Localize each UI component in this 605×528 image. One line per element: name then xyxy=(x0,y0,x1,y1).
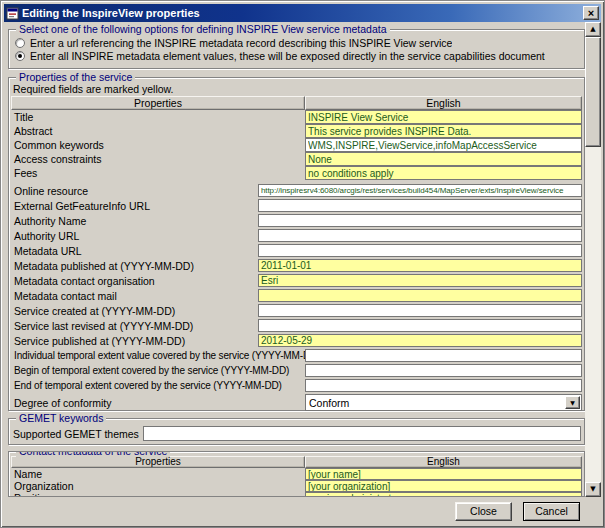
metadata-published-input[interactable] xyxy=(258,259,582,272)
service-last-revised-input[interactable] xyxy=(258,319,582,332)
property-row-authority-name: Authority Name xyxy=(11,214,582,227)
property-row-metadata-contact-mail: Metadata contact mail xyxy=(11,289,582,302)
metadata-url-input[interactable] xyxy=(258,244,582,257)
individual-temporal-extent-input[interactable] xyxy=(305,349,582,362)
property-label: Metadata published at (YYYY-MM-DD) xyxy=(11,260,258,272)
abstract-input[interactable] xyxy=(305,124,582,138)
service-published-input[interactable] xyxy=(258,334,582,347)
property-label: Service created at (YYYY-MM-DD) xyxy=(11,305,258,317)
contact-organization-input[interactable] xyxy=(305,480,582,492)
property-row-fees: Fees xyxy=(11,166,582,180)
dialog-footer: Close Cancel xyxy=(4,497,601,524)
fees-input[interactable] xyxy=(305,166,582,180)
property-label: End of temporal extent covered by the se… xyxy=(11,380,305,391)
contact-row-organization: Organization xyxy=(11,480,582,492)
property-label: Degree of conformity xyxy=(11,397,305,409)
property-label: Service last revised at (YYYY-MM-DD) xyxy=(11,320,258,332)
column-header-properties: Properties xyxy=(11,456,305,468)
scroll-up-button[interactable]: ▲ xyxy=(585,22,601,37)
conformity-selected-value: Conform xyxy=(306,397,565,409)
scroll-down-icon: ▼ xyxy=(590,486,595,493)
radio-option-values[interactable]: Enter all INSPIRE metadata element value… xyxy=(13,49,580,62)
conformity-dropdown[interactable]: Conform ▼ xyxy=(305,394,582,411)
scrollbar-thumb[interactable] xyxy=(585,37,601,147)
property-row-end-temporal-extent: End of temporal extent covered by the se… xyxy=(11,379,582,392)
property-row-service-published: Service published at (YYYY-MM-DD) xyxy=(11,334,582,347)
property-label: Name xyxy=(11,468,305,480)
gemet-keywords-group: GEMET keywords Supported GEMET themes xyxy=(8,418,585,445)
radio-button[interactable] xyxy=(15,38,25,48)
scroll-up-icon: ▲ xyxy=(590,26,595,33)
radio-button[interactable] xyxy=(15,51,25,61)
property-label: Metadata URL xyxy=(11,245,258,257)
property-label: Metadata contact mail xyxy=(11,290,258,302)
property-row-authority-url: Authority URL xyxy=(11,229,582,242)
property-label: Metadata contact organisation xyxy=(11,275,258,287)
app-icon xyxy=(6,7,19,20)
scroll-down-button[interactable]: ▼ xyxy=(585,482,601,497)
dialog-body: Select one of the following options for … xyxy=(4,22,601,497)
property-label: Authority URL xyxy=(11,230,258,242)
begin-temporal-extent-input[interactable] xyxy=(305,364,582,377)
property-row-online-resource: Online resource xyxy=(11,184,582,197)
authority-url-input[interactable] xyxy=(258,229,582,242)
gemet-keywords-group-title: GEMET keywords xyxy=(16,412,106,424)
property-label: Title xyxy=(11,111,305,123)
property-label: Fees xyxy=(11,167,305,179)
property-row-access-constraints: Access constraints xyxy=(11,152,582,166)
property-label: Authority Name xyxy=(11,215,258,227)
contact-metadata-group: Contact metadata of the service Properti… xyxy=(8,451,585,497)
service-created-input[interactable] xyxy=(258,304,582,317)
inspire-view-properties-dialog: Editing the InspireView properties × Sel… xyxy=(0,0,605,528)
authority-name-input[interactable] xyxy=(258,214,582,227)
property-row-individual-temporal-extent: Individual temporal extent value covered… xyxy=(11,349,582,362)
close-icon[interactable]: × xyxy=(583,6,599,20)
title-input[interactable] xyxy=(305,110,582,124)
properties-table-header: Properties English xyxy=(11,96,582,110)
title-bar[interactable]: Editing the InspireView properties × xyxy=(4,4,601,22)
cancel-button[interactable]: Cancel xyxy=(523,502,580,521)
gemet-themes-input[interactable] xyxy=(143,426,581,441)
scrollbar-track[interactable] xyxy=(585,37,601,482)
window-title: Editing the InspireView properties xyxy=(22,7,583,19)
access-constraints-input[interactable] xyxy=(305,152,582,166)
vertical-scrollbar[interactable]: ▲ ▼ xyxy=(585,22,601,497)
property-row-getfeatureinfo-url: External GetFeatureInfo URL xyxy=(11,199,582,212)
dialog-content: Select one of the following options for … xyxy=(4,22,585,497)
property-label: Access constraints xyxy=(11,153,305,165)
close-button[interactable]: Close xyxy=(455,502,512,521)
property-label: Begin of temporal extent covered by the … xyxy=(11,365,305,376)
contact-metadata-group-title: Contact metadata of the service xyxy=(16,451,170,457)
metadata-options-group: Select one of the following options for … xyxy=(8,29,585,69)
chevron-down-icon[interactable]: ▼ xyxy=(565,396,580,409)
service-properties-group: Properties of the service Required field… xyxy=(8,77,585,411)
property-row-common-keywords: Common keywords xyxy=(11,138,582,152)
end-temporal-extent-input[interactable] xyxy=(305,379,582,392)
online-resource-input[interactable] xyxy=(258,184,582,197)
gemet-themes-row: Supported GEMET themes xyxy=(12,426,581,441)
contact-row-position: Position xyxy=(11,492,582,497)
property-label: External GetFeatureInfo URL xyxy=(11,200,258,212)
required-fields-note: Required fields are marked yellow. xyxy=(11,83,582,96)
common-keywords-input[interactable] xyxy=(305,138,582,152)
property-label: Individual temporal extent value covered… xyxy=(11,350,305,361)
contact-name-input[interactable] xyxy=(305,468,582,480)
contact-row-name: Name xyxy=(11,468,582,480)
column-header-english: English xyxy=(305,96,582,110)
property-row-degree-of-conformity: Degree of conformity Conform ▼ xyxy=(11,394,582,411)
gemet-themes-label: Supported GEMET themes xyxy=(12,428,143,440)
radio-option-values-label: Enter all INSPIRE metadata element value… xyxy=(30,50,545,62)
getfeatureinfo-url-input[interactable] xyxy=(258,199,582,212)
property-label: Online resource xyxy=(11,185,258,197)
contact-table-header: Properties English xyxy=(11,456,582,468)
column-header-english: English xyxy=(305,456,582,468)
property-row-service-last-revised: Service last revised at (YYYY-MM-DD) xyxy=(11,319,582,332)
property-row-title: Title xyxy=(11,110,582,124)
metadata-contact-mail-input[interactable] xyxy=(258,289,582,302)
radio-option-url[interactable]: Enter a url referencing the INSPIRE meta… xyxy=(13,36,580,49)
property-label: Common keywords xyxy=(11,139,305,151)
property-label: Service published at (YYYY-MM-DD) xyxy=(11,335,258,347)
metadata-contact-organisation-input[interactable] xyxy=(258,274,582,287)
contact-position-input[interactable] xyxy=(305,492,582,497)
property-row-metadata-contact-organisation: Metadata contact organisation xyxy=(11,274,582,287)
